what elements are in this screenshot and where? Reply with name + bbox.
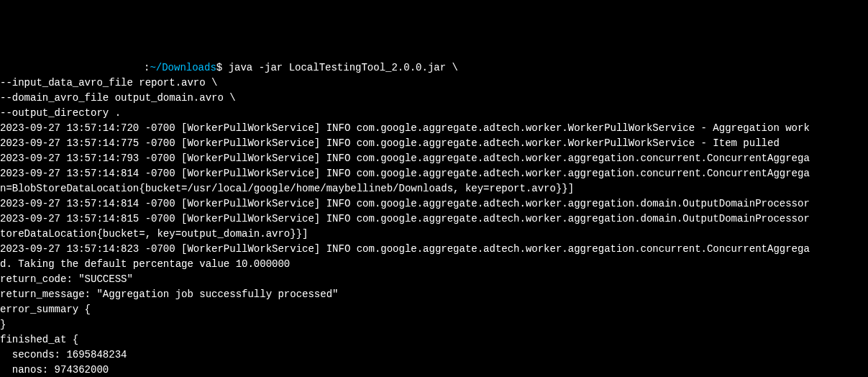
prompt-path: ~/Downloads [150,62,216,73]
command-seg-0: java -jar LocalTestingTool_2.0.0.jar \ [222,62,458,73]
log-line: n=BlobStoreDataLocation{bucket=/usr/loca… [0,181,868,196]
log-line: 2023-09-27 13:57:14:814 -0700 [WorkerPul… [0,196,868,212]
terminal-output[interactable]: ████████████████████:~/Downloads$ java -… [0,60,868,377]
prompt-line: ████████████████████:~/Downloads$ java -… [0,60,868,76]
log-line: 2023-09-27 13:57:14:775 -0700 [WorkerPul… [0,136,868,151]
log-line: toreDataLocation{bucket=, key=output_dom… [0,227,868,242]
command-line: --output_directory . [0,106,868,121]
log-line: return_message: "Aggregation job success… [0,287,868,302]
log-line: 2023-09-27 13:57:14:815 -0700 [WorkerPul… [0,212,868,227]
log-line: return_code: "SUCCESS" [0,272,868,287]
log-line: } [0,317,868,332]
log-line: 2023-09-27 13:57:14:793 -0700 [WorkerPul… [0,151,868,166]
log-line: nanos: 974362000 [0,363,868,377]
command-line: --input_data_avro_file report.avro \ [0,76,868,91]
log-line: 2023-09-27 13:57:14:720 -0700 [WorkerPul… [0,121,868,136]
log-line: d. Taking the default percentage value 1… [0,257,868,272]
log-line: seconds: 1695848234 [0,348,868,363]
log-line: 2023-09-27 13:57:14:823 -0700 [WorkerPul… [0,242,868,257]
command-line: --domain_avro_file output_domain.avro \ [0,91,868,106]
log-line: 2023-09-27 13:57:14:814 -0700 [WorkerPul… [0,166,868,181]
log-line: finished_at { [0,332,868,348]
prompt-dollar: $ [216,62,222,73]
redacted-user-host: ████████████████████ [0,60,144,76]
log-line: error_summary { [0,302,868,317]
